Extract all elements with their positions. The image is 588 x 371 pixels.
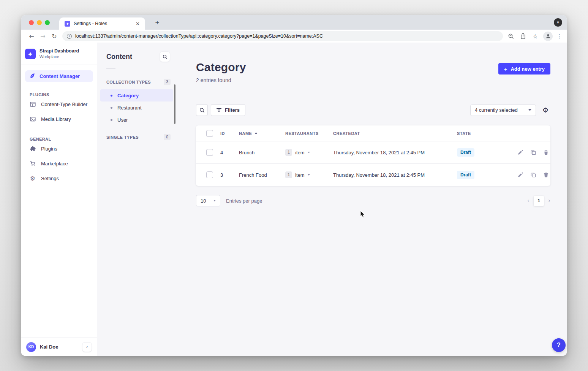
- select-all-checkbox[interactable]: [206, 130, 213, 137]
- browser-toolbar: ← → ↻ i localhost:1337/admin/content-man…: [21, 30, 567, 43]
- add-new-entry-button[interactable]: + Add new entry: [498, 63, 550, 75]
- column-header-id[interactable]: ID: [220, 131, 239, 136]
- table-row[interactable]: 4 Brunch 1 item Thursday, November 18, 2…: [196, 141, 550, 163]
- column-header-state[interactable]: STATE: [457, 131, 518, 136]
- forward-icon[interactable]: →: [37, 33, 49, 40]
- collapse-sidebar-button[interactable]: ‹: [82, 342, 92, 352]
- share-icon[interactable]: [519, 32, 527, 40]
- reload-icon[interactable]: ↻: [49, 33, 60, 40]
- sidebar-item-content-manager[interactable]: Content Manager: [25, 70, 93, 82]
- sidebar-item-label: Content-Type Builder: [41, 101, 87, 107]
- chevron-down-icon: [213, 200, 216, 201]
- subnav-title: Content: [106, 53, 132, 61]
- browser-tab[interactable]: Settings - Roles ✕: [59, 17, 145, 30]
- delete-trash-icon[interactable]: [544, 172, 548, 178]
- minimize-window-button[interactable]: [37, 20, 42, 25]
- plus-icon: +: [504, 66, 507, 72]
- scrollbar-thumb[interactable]: [174, 84, 175, 124]
- column-header-createdat[interactable]: CREATEDAT: [333, 131, 457, 136]
- filters-label: Filters: [225, 107, 240, 113]
- window-controls: [29, 20, 50, 25]
- new-tab-button[interactable]: +: [153, 19, 162, 27]
- row-actions: [518, 150, 550, 155]
- duplicate-copy-icon[interactable]: [531, 172, 536, 178]
- bullet-icon: [111, 95, 112, 97]
- single-types-label: SINGLE TYPES: [106, 135, 139, 140]
- chevron-down-icon[interactable]: [308, 174, 310, 176]
- filters-button[interactable]: Filters: [211, 104, 245, 116]
- zoom-window-button[interactable]: [45, 20, 50, 25]
- site-info-icon[interactable]: i: [67, 34, 72, 39]
- url-text: localhost:1337/admin/content-manager/col…: [75, 33, 323, 39]
- table-header-row: ID NAME RESTAURANTS CREATEDAT STATE: [196, 125, 550, 141]
- sidebar-item-marketplace[interactable]: Marketplace: [21, 156, 97, 171]
- zoom-search-icon[interactable]: [507, 32, 515, 40]
- next-page-icon[interactable]: ›: [548, 197, 550, 204]
- sidebar-item-media-library[interactable]: Media Library: [21, 112, 97, 127]
- edit-pencil-icon[interactable]: [518, 150, 523, 155]
- subnav-search-button[interactable]: [160, 51, 170, 62]
- browser-user-avatar[interactable]: [543, 32, 553, 41]
- page-size-select[interactable]: 10: [196, 195, 220, 206]
- columns-select-value: 4 currently selected: [475, 107, 518, 113]
- strapi-app: Strapi Dashboard Workplace Content Manag…: [21, 43, 567, 356]
- sidebar-item-settings[interactable]: ⚙ Settings: [21, 171, 97, 186]
- table-settings-button[interactable]: ⚙: [541, 107, 550, 114]
- entries-count: 2 entries found: [196, 77, 246, 83]
- chevron-down-icon: [528, 109, 531, 111]
- cell-restaurants[interactable]: 1 item: [285, 171, 333, 178]
- collection-types-count-badge: 3: [164, 79, 171, 85]
- delete-trash-icon[interactable]: [544, 150, 548, 155]
- table-search-button[interactable]: [196, 104, 208, 116]
- table-row[interactable]: 3 French Food 1 item Thursday, November …: [196, 163, 550, 186]
- cart-icon: [30, 161, 36, 167]
- help-button[interactable]: ?: [552, 338, 566, 352]
- tab-title: Settings - Roles: [74, 21, 134, 26]
- tab-close-icon[interactable]: ✕: [134, 20, 141, 27]
- sidebar-item-plugins[interactable]: Plugins: [21, 141, 97, 156]
- previous-page-icon[interactable]: ‹: [527, 197, 530, 204]
- layout-builder-icon: [30, 101, 36, 108]
- entries-per-page-label: Entries per page: [226, 198, 262, 204]
- sort-ascending-icon: [254, 132, 258, 134]
- sidebar-item-label: Plugins: [41, 146, 57, 152]
- row-checkbox[interactable]: [206, 149, 213, 156]
- browser-menu-icon[interactable]: ⋮: [556, 33, 562, 40]
- subnav-item-category[interactable]: Category: [100, 89, 173, 101]
- subnav-item-user[interactable]: User: [100, 114, 173, 126]
- browser-profile-icon[interactable]: ▼: [554, 18, 562, 27]
- sidebar-section-plugins: PLUGINS: [30, 92, 97, 97]
- workspace-brand[interactable]: Strapi Dashboard Workplace: [21, 43, 97, 65]
- back-icon[interactable]: ←: [26, 33, 37, 40]
- subnav-item-label: Restaurant: [117, 105, 142, 111]
- address-bar[interactable]: i localhost:1337/admin/content-manager/c…: [62, 31, 503, 41]
- current-page-button[interactable]: 1: [534, 196, 544, 206]
- edit-pencil-icon[interactable]: [518, 172, 523, 178]
- sidebar-item-label: Media Library: [41, 116, 71, 122]
- column-header-name[interactable]: NAME: [239, 131, 285, 136]
- subnav-item-label: Category: [117, 93, 139, 98]
- cell-createdat: Thursday, November 18, 2021 at 2:45 PM: [333, 172, 457, 178]
- feather-pen-icon: [29, 73, 35, 80]
- filter-icon: [217, 108, 221, 112]
- subnav-item-restaurant[interactable]: Restaurant: [100, 101, 173, 114]
- columns-select[interactable]: 4 currently selected: [470, 105, 536, 116]
- row-checkbox[interactable]: [206, 171, 213, 178]
- bookmark-star-icon[interactable]: ☆: [531, 32, 539, 40]
- close-window-button[interactable]: [29, 20, 34, 25]
- page-size-value: 10: [201, 198, 206, 204]
- sidebar-item-content-type-builder[interactable]: Content-Type Builder: [21, 97, 97, 112]
- relation-count-badge: 1: [285, 171, 292, 178]
- chevron-down-icon[interactable]: [308, 152, 310, 153]
- puzzle-icon: [30, 146, 36, 152]
- cell-restaurants[interactable]: 1 item: [285, 149, 333, 155]
- page-title: Category: [196, 61, 246, 74]
- duplicate-copy-icon[interactable]: [531, 150, 536, 155]
- relation-count-badge: 1: [285, 149, 292, 155]
- browser-window: Settings - Roles ✕ + ▼ ← → ↻ i localhost…: [21, 15, 567, 356]
- column-header-restaurants[interactable]: RESTAURANTS: [285, 131, 333, 136]
- state-badge: Draft: [457, 148, 474, 157]
- column-header-label: NAME: [239, 131, 252, 136]
- divider: [106, 68, 115, 69]
- user-avatar[interactable]: KD: [26, 342, 36, 352]
